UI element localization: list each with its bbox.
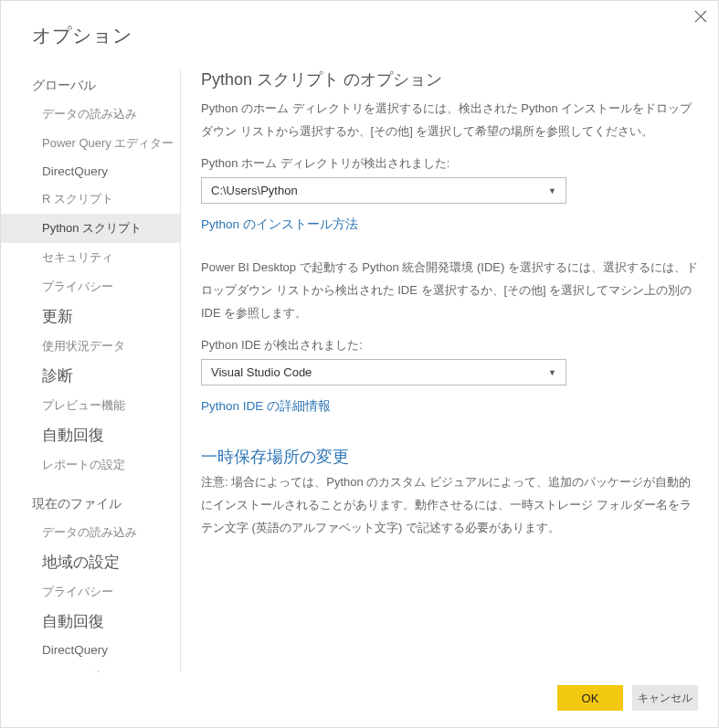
python-home-value: C:\Users\Python (211, 184, 298, 197)
sidebar-section-update[interactable]: 更新 (1, 301, 180, 332)
dialog-body: グローバル データの読み込み Power Query エディター DirectQ… (1, 69, 718, 672)
python-ide-label: Python IDE が検出されました: (201, 337, 700, 353)
chevron-down-icon: ▼ (548, 186, 556, 195)
sidebar-item-privacy-cf[interactable]: プライバシー (1, 577, 180, 607)
sidebar-item-usage-data[interactable]: 使用状況データ (1, 332, 180, 361)
chevron-down-icon: ▼ (548, 368, 556, 377)
python-home-description: Python のホーム ディレクトリを選択するには、検出された Python イ… (201, 98, 700, 142)
sidebar-item-preview[interactable]: プレビュー機能 (1, 391, 180, 420)
close-icon (694, 10, 707, 23)
sidebar-section-diagnostics[interactable]: 診断 (1, 361, 180, 391)
sidebar-item-report-settings[interactable]: レポートの設定 (1, 450, 180, 480)
sidebar-item-data-load-cf[interactable]: データの読み込み (1, 518, 180, 547)
sidebar-item-power-query[interactable]: Power Query エディター (1, 129, 180, 158)
close-button[interactable] (692, 7, 710, 26)
section-heading-python-options: Python スクリプト のオプション (201, 69, 700, 90)
sidebar-section-autorecover-cf[interactable]: 自動回復 (1, 607, 180, 637)
python-ide-info-link[interactable]: Python IDE の詳細情報 (201, 398, 331, 415)
sidebar-group-global: グローバル (1, 72, 180, 100)
dialog-footer: OK キャンセル (1, 672, 718, 727)
python-ide-value: Visual Studio Code (211, 365, 312, 379)
sidebar-section-autorecover[interactable]: 自動回復 (1, 420, 180, 450)
python-home-dropdown[interactable]: C:\Users\Python ▼ (201, 177, 566, 204)
sidebar-group-current-file: 現在のファイル (1, 491, 180, 518)
sidebar-item-directquery-cf[interactable]: DirectQuery (1, 637, 180, 663)
sidebar-item-reduce-queries[interactable]: クエリを減らす (1, 663, 180, 672)
content-panel: Python スクリプト のオプション Python のホーム ディレクトリを選… (181, 69, 718, 672)
sidebar-item-python-script[interactable]: Python スクリプト (1, 214, 180, 243)
python-home-label: Python ホーム ディレクトリが検出されました: (201, 155, 700, 172)
sidebar-item-r-script[interactable]: R スクリプト (1, 185, 180, 214)
sidebar-item-privacy[interactable]: プライバシー (1, 272, 180, 301)
ok-button[interactable]: OK (557, 685, 623, 711)
options-dialog: オプション グローバル データの読み込み Power Query エディター D… (0, 0, 719, 728)
temp-storage-heading: 一時保存場所の変更 (201, 446, 700, 468)
sidebar-item-security[interactable]: セキュリティ (1, 243, 180, 272)
temp-storage-description: 注意: 場合によっては、Python のカスタム ビジュアルによって、追加のパッ… (201, 471, 700, 539)
python-ide-dropdown[interactable]: Visual Studio Code ▼ (201, 359, 566, 385)
cancel-button[interactable]: キャンセル (632, 685, 698, 711)
dialog-title: オプション (1, 1, 718, 69)
sidebar-item-data-load[interactable]: データの読み込み (1, 100, 180, 129)
python-install-link[interactable]: Python のインストール方法 (201, 216, 358, 233)
sidebar-section-region[interactable]: 地域の設定 (1, 547, 180, 577)
sidebar: グローバル データの読み込み Power Query エディター DirectQ… (1, 69, 181, 672)
sidebar-item-directquery[interactable]: DirectQuery (1, 158, 180, 185)
python-ide-description: Power BI Desktop で起動する Python 統合開発環境 (ID… (201, 257, 700, 324)
